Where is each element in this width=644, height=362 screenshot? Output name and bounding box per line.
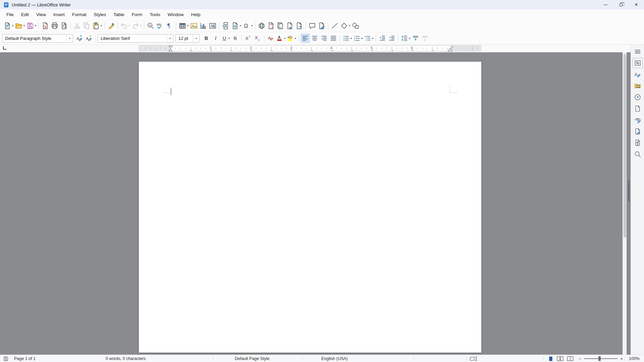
- update-style-button[interactable]: A: [75, 34, 85, 43]
- chevron-down-icon[interactable]: ▾: [167, 35, 173, 42]
- paste-button[interactable]: ▾: [91, 21, 103, 31]
- cut-button[interactable]: [72, 21, 82, 31]
- dropdown-arrow-icon[interactable]: ▾: [361, 37, 363, 40]
- unordered-list-button[interactable]: ▾: [342, 34, 353, 43]
- dropdown-arrow-icon[interactable]: ▾: [284, 37, 285, 40]
- dropdown-arrow-icon[interactable]: ▾: [35, 24, 36, 27]
- print-button[interactable]: [50, 21, 59, 31]
- copy-button[interactable]: [82, 21, 91, 31]
- align-center-button[interactable]: [310, 34, 319, 43]
- sidebar-tab-styles[interactable]: A: [633, 69, 643, 79]
- dropdown-arrow-icon[interactable]: ▾: [187, 24, 189, 27]
- sidebar-tab-manage-changes[interactable]: [633, 126, 643, 136]
- insert-comment-button[interactable]: [308, 21, 317, 31]
- save-status-icon[interactable]: [3, 355, 8, 362]
- special-character-button[interactable]: Ω▾: [242, 21, 253, 31]
- right-indent-marker[interactable]: [447, 48, 452, 52]
- para-spacing-increase-button[interactable]: [411, 34, 420, 43]
- menu-insert[interactable]: Insert: [50, 11, 68, 18]
- new-style-button[interactable]: A: [85, 34, 94, 43]
- scrollbar-thumb[interactable]: [624, 54, 626, 238]
- left-indent-marker[interactable]: [168, 46, 173, 52]
- font-name-combo[interactable]: Liberation Serif ▾: [98, 34, 173, 43]
- chevron-down-icon[interactable]: ▾: [193, 35, 199, 42]
- selection-mode-icon[interactable]: [470, 355, 478, 362]
- word-count-status[interactable]: 0 words, 0 characters: [106, 355, 146, 362]
- dropdown-arrow-icon[interactable]: ▾: [351, 37, 352, 40]
- menu-file[interactable]: File: [3, 11, 17, 18]
- sidebar-tab-page[interactable]: [633, 104, 643, 114]
- menu-window[interactable]: Window: [164, 11, 187, 18]
- language-status[interactable]: English (USA): [321, 355, 348, 362]
- track-changes-button[interactable]: [317, 21, 326, 31]
- minimize-button[interactable]: [598, 0, 613, 9]
- vertical-scrollbar[interactable]: [623, 52, 627, 355]
- draw-functions-button[interactable]: [351, 21, 360, 31]
- zoom-slider-handle[interactable]: [598, 356, 601, 361]
- dropdown-arrow-icon[interactable]: ▾: [228, 37, 230, 40]
- open-button[interactable]: ▾: [14, 21, 25, 31]
- dropdown-arrow-icon[interactable]: ▾: [101, 24, 102, 27]
- dropdown-arrow-icon[interactable]: ▾: [409, 37, 410, 40]
- tab-stop-type-selector-icon[interactable]: [3, 46, 6, 50]
- book-view-button[interactable]: [567, 355, 574, 362]
- menu-form[interactable]: Form: [128, 11, 146, 18]
- dropdown-arrow-icon[interactable]: ▾: [240, 24, 241, 27]
- insert-hyperlink-button[interactable]: [257, 21, 266, 31]
- menu-format[interactable]: Format: [68, 11, 90, 18]
- align-right-button[interactable]: [319, 34, 329, 43]
- basic-shapes-button[interactable]: ▾: [339, 21, 351, 31]
- menu-help[interactable]: Help: [187, 11, 204, 18]
- insert-endnote-button[interactable]: (i): [276, 21, 285, 31]
- ordered-list-button[interactable]: 123▾: [353, 34, 363, 43]
- decrease-indent-button[interactable]: [387, 34, 396, 43]
- clear-formatting-button[interactable]: A: [266, 34, 275, 43]
- page-style-status[interactable]: Default Page Style: [235, 355, 270, 362]
- insert-table-button[interactable]: ▾: [178, 21, 189, 31]
- dropdown-arrow-icon[interactable]: ▾: [295, 37, 296, 40]
- zoom-in-button[interactable]: +: [620, 356, 624, 361]
- sidebar-tab-gallery[interactable]: [633, 81, 643, 91]
- insert-line-button[interactable]: [330, 21, 339, 31]
- font-size-combo[interactable]: 12 pt ▾: [175, 34, 200, 43]
- new-document-button[interactable]: ▾: [3, 21, 14, 31]
- page-number-status[interactable]: Page 1 of 1: [14, 355, 36, 362]
- dropdown-arrow-icon[interactable]: ▾: [251, 24, 253, 27]
- underline-button[interactable]: U▾: [220, 34, 230, 43]
- sidebar-tab-find[interactable]: [633, 149, 643, 159]
- insert-bookmark-button[interactable]: [285, 21, 294, 31]
- print-preview-button[interactable]: [59, 21, 69, 31]
- outline-list-button[interactable]: ▾: [363, 34, 374, 43]
- find-replace-button[interactable]: a: [146, 21, 155, 31]
- undo-button[interactable]: ▾: [119, 21, 131, 31]
- dropdown-arrow-icon[interactable]: ▾: [140, 24, 142, 27]
- insert-field-button[interactable]: ▾: [230, 21, 242, 31]
- dropdown-arrow-icon[interactable]: ▾: [12, 24, 13, 27]
- sidebar-tab-style-inspector[interactable]: [633, 115, 643, 125]
- formatting-marks-button[interactable]: ¶: [165, 21, 174, 31]
- menu-edit[interactable]: Edit: [17, 11, 33, 18]
- bold-button[interactable]: B: [202, 34, 211, 43]
- superscript-button[interactable]: X2: [244, 34, 253, 43]
- dropdown-arrow-icon[interactable]: ▾: [372, 37, 373, 40]
- strikethrough-button[interactable]: S: [230, 34, 240, 43]
- insert-footnote-button[interactable]: 1: [266, 21, 276, 31]
- subscript-button[interactable]: X2: [253, 34, 262, 43]
- insert-textbox-button[interactable]: A: [208, 21, 217, 31]
- chevron-down-icon[interactable]: ▾: [66, 35, 73, 42]
- insert-image-button[interactable]: [189, 21, 199, 31]
- save-button[interactable]: ▾: [25, 21, 37, 31]
- zoom-out-button[interactable]: −: [578, 356, 582, 361]
- spelling-button[interactable]: abc: [155, 21, 165, 31]
- cross-reference-button[interactable]: [294, 21, 304, 31]
- zoom-level[interactable]: 100%: [629, 355, 640, 362]
- redo-button[interactable]: ▾: [131, 21, 142, 31]
- page-break-button[interactable]: [221, 21, 230, 31]
- dropdown-arrow-icon[interactable]: ▾: [349, 24, 350, 27]
- menu-view[interactable]: View: [33, 11, 50, 18]
- paragraph-style-combo[interactable]: Default Paragraph Style ▾: [2, 34, 73, 43]
- align-left-button[interactable]: [301, 34, 310, 43]
- dropdown-arrow-icon[interactable]: ▾: [129, 24, 130, 27]
- sidebar-tab-navigator[interactable]: [633, 92, 643, 102]
- line-spacing-button[interactable]: ▾: [400, 34, 411, 43]
